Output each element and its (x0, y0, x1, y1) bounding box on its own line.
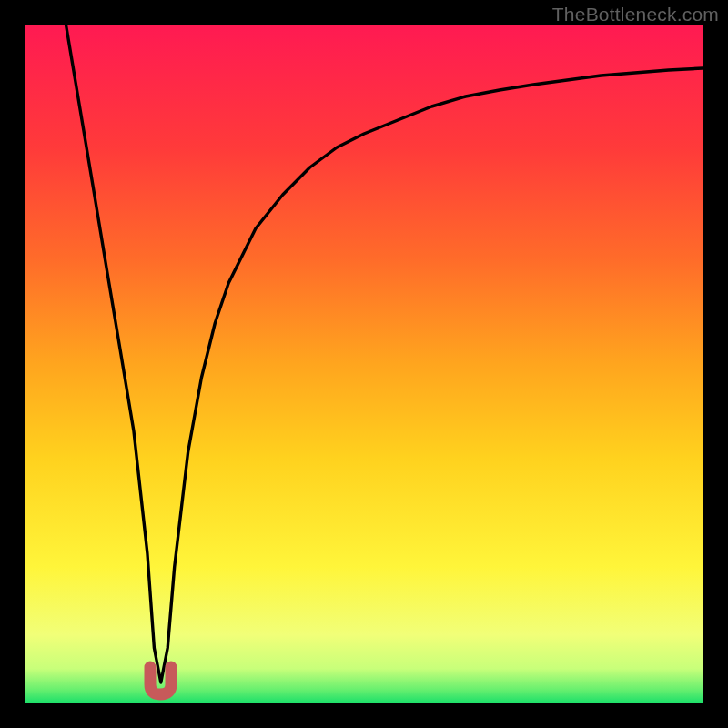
chart-frame (25, 25, 703, 703)
bottleneck-chart (25, 25, 703, 703)
watermark-text: TheBottleneck.com (552, 4, 719, 25)
gradient-background (25, 25, 703, 703)
